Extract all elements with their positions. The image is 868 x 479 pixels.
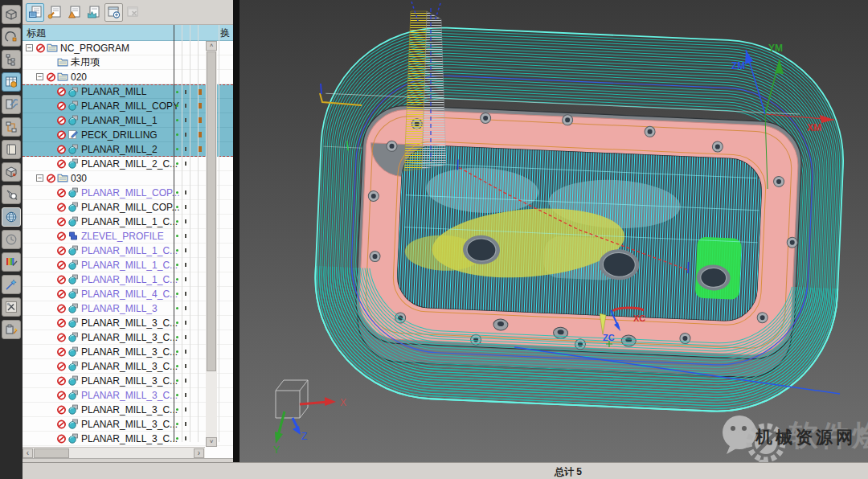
horizontal-scrollbar[interactable]: ‹ ›: [23, 447, 205, 458]
roles-icon[interactable]: [2, 275, 21, 294]
tree-row[interactable]: PLANAR_MILL_3_C...: [23, 345, 233, 359]
tool-status-mark: [185, 407, 186, 411]
folder-icon: [47, 43, 58, 53]
tree-row[interactable]: PLANAR_MILL_4_C...: [23, 287, 233, 301]
mill-icon: [68, 361, 79, 371]
mill-icon: [68, 216, 79, 227]
tool-status-mark: [185, 277, 186, 281]
tree-row[interactable]: PLANAR_MILL_3: [23, 301, 233, 316]
tree-row[interactable]: PLANAR_MILL_3_C...: [23, 374, 233, 388]
path-status-dot: [176, 104, 178, 107]
tree-row[interactable]: −NC_PROGRAM: [23, 41, 233, 55]
tree-row[interactable]: PLANAR_MILL_COP...: [23, 186, 233, 200]
program-order-view-button[interactable]: [26, 3, 44, 22]
operation-tree: −NC_PROGRAM未用项−020PLANAR_MILLPLANAR_MILL…: [23, 41, 233, 447]
operation-label: PLANAR_MILL_3_C...: [81, 433, 178, 444]
tree-row[interactable]: PLANAR_MILL_3_C...: [23, 316, 233, 330]
path-status-dot: [176, 408, 178, 411]
scroll-right-button[interactable]: ›: [194, 448, 204, 458]
scroll-left-button[interactable]: ‹: [23, 448, 33, 458]
tree-row[interactable]: PLANAR_MILL_3_C...: [23, 388, 233, 403]
geometry-view-button[interactable]: [64, 3, 83, 22]
tree-row[interactable]: −030: [23, 171, 233, 186]
scroll-down-button[interactable]: ˅: [206, 437, 217, 447]
path-status-dot: [176, 321, 178, 324]
expand-toggle[interactable]: −: [36, 73, 43, 80]
vertical-scrollbar[interactable]: ˄ ˅: [206, 41, 217, 447]
tree-row[interactable]: PLANAR_MILL_3_C...: [23, 403, 233, 417]
tree-row[interactable]: PLANAR_MILL_3_C...: [23, 330, 233, 345]
suppressed-status-icon: [56, 376, 67, 386]
path-status-dot: [176, 336, 178, 338]
suppressed-status-icon: [56, 145, 67, 154]
tree-row[interactable]: ZLEVEL_PROFILE: [23, 229, 233, 244]
expand-toggle[interactable]: −: [26, 44, 33, 51]
reuse-library-icon[interactable]: [2, 162, 21, 182]
tools-icon[interactable]: [2, 297, 21, 317]
path-status-dot: [176, 206, 178, 208]
svg-text:YM: YM: [768, 43, 783, 54]
history-icon[interactable]: [2, 230, 21, 249]
expand-spacer: [47, 131, 54, 138]
folder-icon: [57, 173, 68, 183]
path-status-dot: [176, 379, 178, 382]
assembly-navigator-icon[interactable]: [2, 5, 21, 24]
expand-spacer: [47, 276, 54, 283]
horizontal-scroll-thumb[interactable]: [34, 448, 69, 458]
suppressed-status-icon: [35, 43, 46, 53]
expand-toggle[interactable]: −: [36, 174, 43, 182]
expand-spacer: [47, 348, 54, 355]
tool-status-mark: [185, 133, 186, 137]
graphics-viewport[interactable]: ZM YM XM XC ZC X Y Z: [240, 0, 868, 462]
operation-label: PLANAR_MILL_3_C...: [81, 361, 178, 372]
operation-label: PLANAR_MILL_3_C...: [81, 390, 178, 401]
find-icon[interactable]: [2, 185, 21, 204]
web-browser-icon[interactable]: [2, 207, 21, 227]
tree-row[interactable]: −020: [23, 70, 233, 84]
suppressed-status-icon: [56, 420, 67, 429]
toolchange-column-header[interactable]: 换: [220, 27, 231, 40]
notebook-icon[interactable]: [2, 140, 21, 159]
tree-row[interactable]: PLANAR_MILL_3_C...: [23, 417, 233, 432]
suppressed-status-icon: [46, 174, 56, 183]
application-window: 标题 换 −NC_PROGRAM未用项−020PLANAR_MILLPLANAR…: [0, 0, 868, 479]
vertical-scroll-thumb[interactable]: [207, 51, 216, 371]
expand-spacer: [47, 290, 54, 297]
close-view-button[interactable]: [124, 3, 142, 22]
tree-row[interactable]: PLANAR_MILL_3_C...: [23, 432, 233, 446]
tree-row[interactable]: PLANAR_MILL_1_C...: [23, 244, 233, 258]
machining-method-view-button[interactable]: [84, 3, 102, 22]
operation-navigator-icon[interactable]: [2, 72, 21, 92]
suppressed-status-icon: [56, 159, 67, 169]
expand-spacer: [47, 203, 54, 211]
suppressed-status-icon: [56, 405, 67, 415]
machine-tool-view-button[interactable]: [45, 3, 63, 22]
panel-divider[interactable]: [233, 0, 240, 462]
process-navigator-icon[interactable]: [2, 117, 21, 137]
tree-row[interactable]: PLANAR_MILL_2: [23, 142, 233, 157]
path-status-dot: [176, 191, 178, 194]
machining-wizard-icon[interactable]: [2, 320, 21, 339]
expand-spacer: [47, 160, 54, 167]
tree-row[interactable]: PLANAR_MILL_1: [23, 113, 233, 128]
tree-row[interactable]: PLANAR_MILL_COP...: [23, 200, 233, 215]
tree-row[interactable]: PLANAR_MILL_2_C...: [23, 157, 233, 171]
title-column-header[interactable]: 标题: [27, 27, 46, 40]
tree-row[interactable]: PECK_DRILLING: [23, 128, 233, 142]
tree-row[interactable]: PLANAR_MILL_1_C...: [23, 258, 233, 272]
tree-row[interactable]: PLANAR_MILL_1_C...: [23, 272, 233, 287]
tree-row[interactable]: 未用项: [23, 55, 233, 70]
mill-icon: [68, 158, 79, 169]
tree-row[interactable]: PLANAR_MILL_1_C...: [23, 215, 233, 229]
path-status-dot: [176, 394, 178, 396]
drill-icon: [68, 129, 79, 140]
part-navigator-icon[interactable]: [2, 50, 21, 69]
find-object-button[interactable]: [104, 3, 123, 22]
tree-row[interactable]: PLANAR_MILL_COPY: [23, 99, 233, 113]
machine-tool-navigator-icon[interactable]: [2, 95, 21, 114]
palette-icon[interactable]: [2, 252, 21, 272]
scroll-up-button[interactable]: ˄: [206, 41, 217, 51]
constraint-navigator-icon[interactable]: [2, 27, 21, 47]
tree-row[interactable]: PLANAR_MILL_3_C...: [23, 359, 233, 374]
tree-row[interactable]: PLANAR_MILL: [23, 84, 233, 99]
